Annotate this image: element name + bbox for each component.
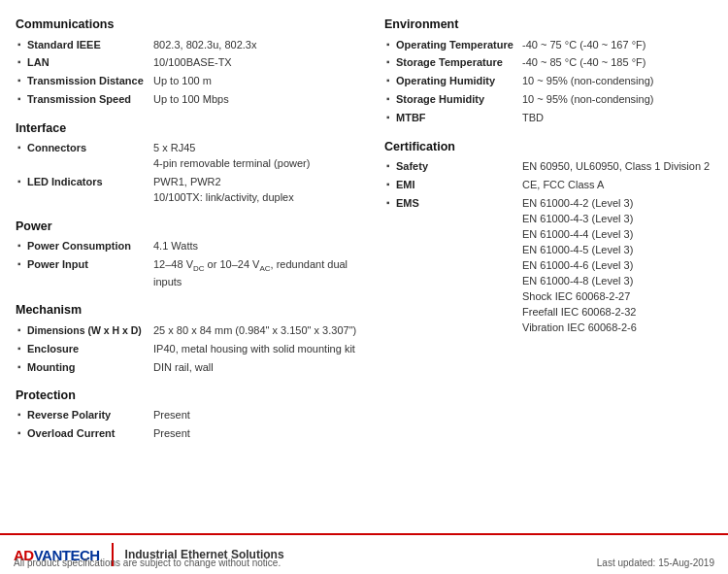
row-value: CE, FCC Class A (520, 177, 712, 195)
row-value: DIN rail, wall (151, 358, 365, 377)
row-label: Connectors (25, 140, 151, 174)
row-label: EMS (394, 195, 520, 337)
row-value: -40 ~ 85 °C (-40 ~ 185 °F) (520, 54, 712, 73)
table-row: ▪ Operating Humidity 10 ~ 95% (non-conde… (384, 73, 712, 91)
row-label: Reverse Polarity (25, 407, 151, 425)
communications-table: ▪ Standard IEEE 802.3, 802.3u, 802.3x ▪ … (16, 36, 365, 110)
table-row: ▪ Enclosure IP40, metal housing with sol… (16, 340, 365, 358)
table-row: ▪ Transmission Speed Up to 100 Mbps (16, 91, 365, 110)
row-value: EN 60950, UL60950, Class 1 Division 2 (520, 158, 712, 177)
bullet: ▪ (16, 425, 25, 444)
footer-date: Last updated: 15-Aug-2019 (597, 557, 714, 568)
bullet: ▪ (384, 91, 394, 110)
row-label: Power Consumption (25, 238, 151, 256)
table-row: ▪ Transmission Distance Up to 100 m (16, 73, 365, 91)
bullet: ▪ (16, 238, 25, 256)
bullet: ▪ (384, 54, 394, 73)
row-label: Overload Current (25, 425, 151, 444)
row-label: LAN (25, 54, 151, 73)
row-value: 25 x 80 x 84 mm (0.984" x 3.150" x 3.307… (151, 321, 365, 340)
row-label: Transmission Distance (25, 73, 151, 91)
bullet: ▪ (384, 36, 394, 54)
bullet: ▪ (384, 110, 394, 128)
table-row: ▪ Storage Temperature -40 ~ 85 °C (-40 ~… (384, 54, 712, 73)
row-label: EMI (394, 177, 520, 195)
table-row: ▪ EMS EN 61000-4-2 (Level 3) EN 61000-4-… (384, 195, 712, 337)
row-value: Up to 100 m (151, 73, 365, 91)
table-row: ▪ Safety EN 60950, UL60950, Class 1 Divi… (384, 158, 712, 177)
bullet: ▪ (16, 174, 25, 208)
bullet: ▪ (16, 91, 25, 110)
table-row: ▪ Dimensions (W x H x D) 25 x 80 x 84 mm… (16, 321, 365, 340)
row-label: MTBF (394, 110, 520, 128)
bullet: ▪ (16, 407, 25, 425)
protection-table: ▪ Reverse Polarity Present ▪ Overload Cu… (16, 407, 365, 444)
mechanism-title: Mechanism (16, 303, 365, 317)
protection-title: Protection (16, 388, 365, 402)
row-value: 12–48 VDC or 10–24 VAC, redundant dual i… (151, 255, 365, 291)
power-title: Power (16, 219, 365, 233)
row-value: PWR1, PWR210/100TX: link/activity, duple… (151, 174, 365, 208)
environment-title: Environment (384, 17, 712, 31)
row-label: Operating Humidity (394, 73, 520, 91)
bullet: ▪ (384, 158, 394, 177)
environment-table: ▪ Operating Temperature -40 ~ 75 °C (-40… (384, 36, 712, 128)
certification-title: Certification (384, 140, 712, 153)
row-label: Storage Humidity (394, 91, 520, 110)
row-value: Present (151, 425, 365, 444)
footer: ADVANTECH Industrial Ethernet Solutions … (0, 533, 728, 574)
row-label: Power Input (25, 255, 151, 291)
row-value: 10 ~ 95% (non-condensing) (520, 91, 712, 110)
bullet: ▪ (16, 358, 25, 377)
row-value: 802.3, 802.3u, 802.3x (151, 36, 365, 54)
bullet: ▪ (384, 73, 394, 91)
table-row: ▪ LAN 10/100BASE-TX (16, 54, 365, 73)
row-label: Safety (394, 158, 520, 177)
communications-title: Communications (16, 17, 365, 31)
row-label: Enclosure (25, 340, 151, 358)
table-row: ▪ EMI CE, FCC Class A (384, 177, 712, 195)
bullet: ▪ (16, 73, 25, 91)
table-row: ▪ Standard IEEE 802.3, 802.3u, 802.3x (16, 36, 365, 54)
bullet: ▪ (16, 340, 25, 358)
bullet: ▪ (384, 177, 394, 195)
table-row: ▪ MTBF TBD (384, 110, 712, 128)
row-value: 10/100BASE-TX (151, 54, 365, 73)
bullet: ▪ (16, 255, 25, 291)
table-row: ▪ Overload Current Present (16, 425, 365, 444)
certification-table: ▪ Safety EN 60950, UL60950, Class 1 Divi… (384, 158, 712, 337)
row-label: Transmission Speed (25, 91, 151, 110)
interface-title: Interface (16, 121, 365, 135)
table-row: ▪ Power Input 12–48 VDC or 10–24 VAC, re… (16, 255, 365, 291)
table-row: ▪ Storage Humidity 10 ~ 95% (non-condens… (384, 91, 712, 110)
table-row: ▪ Connectors 5 x RJ454-pin removable ter… (16, 140, 365, 174)
row-label: LED Indicators (25, 174, 151, 208)
table-row: ▪ Operating Temperature -40 ~ 75 °C (-40… (384, 36, 712, 54)
row-value: 10 ~ 95% (non-condensing) (520, 73, 712, 91)
interface-table: ▪ Connectors 5 x RJ454-pin removable ter… (16, 140, 365, 208)
row-value: TBD (520, 110, 712, 128)
row-label: Mounting (25, 358, 151, 377)
bullet: ▪ (16, 140, 25, 174)
row-value: Up to 100 Mbps (151, 91, 365, 110)
footer-note: All product specifications are subject t… (14, 557, 281, 568)
table-row: ▪ Power Consumption 4.1 Watts (16, 238, 365, 256)
right-column: Environment ▪ Operating Temperature -40 … (375, 17, 712, 444)
bullet: ▪ (16, 54, 25, 73)
row-label: Storage Temperature (394, 54, 520, 73)
power-table: ▪ Power Consumption 4.1 Watts ▪ Power In… (16, 238, 365, 292)
table-row: ▪ LED Indicators PWR1, PWR210/100TX: lin… (16, 174, 365, 208)
bullet: ▪ (16, 321, 25, 340)
row-label: Operating Temperature (394, 36, 520, 54)
row-value: -40 ~ 75 °C (-40 ~ 167 °F) (520, 36, 712, 54)
table-row: ▪ Mounting DIN rail, wall (16, 358, 365, 377)
row-value: EN 61000-4-2 (Level 3) EN 61000-4-3 (Lev… (520, 195, 712, 337)
row-value: 4.1 Watts (151, 238, 365, 256)
row-label: Standard IEEE (25, 36, 151, 54)
row-value: Present (151, 407, 365, 425)
bullet: ▪ (384, 195, 394, 337)
row-label: Dimensions (W x H x D) (25, 321, 151, 340)
row-value: IP40, metal housing with solid mounting … (151, 340, 365, 358)
row-value: 5 x RJ454-pin removable terminal (power) (151, 140, 365, 174)
bullet: ▪ (16, 36, 25, 54)
